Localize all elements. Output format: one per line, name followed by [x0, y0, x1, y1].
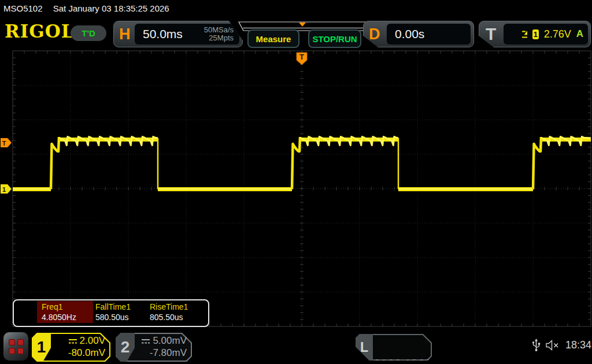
- svg-text:T: T: [299, 53, 304, 61]
- channel-1-widget[interactable]: 1 2.00V -80.0mV: [32, 333, 110, 362]
- measurement-name: RiseTime1: [150, 302, 188, 311]
- channel-2-scale: 5.00mV: [153, 335, 187, 346]
- ch1-ground-marker[interactable]: 1: [1, 184, 12, 194]
- channel-1-scale: 2.00V: [80, 335, 105, 346]
- svg-text:T: T: [2, 140, 6, 147]
- channel-2-offset: -7.80mV: [141, 347, 187, 359]
- dc-coupling-icon: [68, 338, 77, 344]
- status-tray: 18:34: [532, 339, 591, 352]
- usb-icon: [532, 339, 541, 352]
- speaker-muted-icon[interactable]: [546, 340, 560, 351]
- trigger-position-marker[interactable]: T: [297, 53, 307, 65]
- dc-coupling-icon: [141, 338, 150, 344]
- measurement-name: FallTime1: [95, 302, 131, 311]
- menu-grid-button[interactable]: [3, 332, 28, 361]
- channel-2-readout: 5.00mV -7.80mV: [141, 335, 187, 359]
- measurement-value: 4.8050Hz: [42, 313, 76, 322]
- measurement-value: 580.50us: [95, 313, 129, 322]
- clock-text: 18:34: [565, 339, 591, 351]
- oscilloscope-screen: MSO5102 Sat January 03 18:35:25 2026 RIG…: [0, 0, 592, 364]
- menu-grid-icon: [9, 339, 24, 354]
- measurement-name: Freq1: [42, 302, 63, 311]
- digital-channel-labels: 0 1 2 3 4 5 6 7 8 9 10 11 12 13 14 15: [375, 336, 428, 364]
- measurement-results-box[interactable]: Freq1 4.8050Hz FallTime1 580.50us RiseTi…: [13, 299, 209, 327]
- svg-text:1: 1: [2, 186, 6, 193]
- channel-2-widget[interactable]: 2 5.00mV -7.80mV: [116, 333, 192, 362]
- channel-1-offset: -80.0mV: [68, 347, 105, 359]
- logic-analyzer-widget[interactable]: L 0 1 2 3 4 5 6 7 8 9 10 11 12 13 14 15: [356, 334, 432, 361]
- measurement-value: 805.50us: [150, 313, 183, 322]
- ch1-waveform-trace: [12, 137, 592, 190]
- trigger-level-marker[interactable]: T: [1, 138, 12, 147]
- channel-1-readout: 2.00V -80.0mV: [68, 335, 105, 359]
